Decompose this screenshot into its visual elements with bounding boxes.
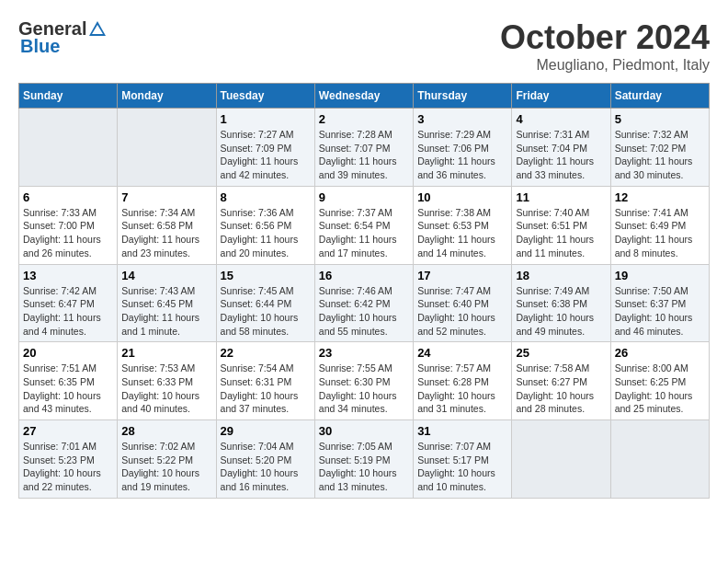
day-number: 17 — [417, 269, 507, 282]
day-info: Sunrise: 7:02 AM Sunset: 5:22 PM Dayligh… — [121, 440, 211, 494]
day-info: Sunrise: 7:38 AM Sunset: 6:53 PM Dayligh… — [417, 206, 507, 260]
weekday-header-saturday: Saturday — [610, 84, 709, 109]
day-info: Sunrise: 7:33 AM Sunset: 7:00 PM Dayligh… — [23, 206, 113, 260]
day-number: 20 — [23, 346, 113, 360]
day-info: Sunrise: 8:00 AM Sunset: 6:25 PM Dayligh… — [615, 362, 705, 416]
day-info: Sunrise: 7:36 AM Sunset: 6:56 PM Dayligh… — [221, 206, 311, 260]
day-number: 21 — [121, 346, 211, 360]
day-info: Sunrise: 7:05 AM Sunset: 5:19 PM Dayligh… — [319, 440, 409, 494]
calendar-cell: 18Sunrise: 7:49 AM Sunset: 6:38 PM Dayli… — [512, 264, 610, 342]
calendar-cell: 25Sunrise: 7:58 AM Sunset: 6:27 PM Dayli… — [512, 342, 610, 420]
calendar-cell: 15Sunrise: 7:45 AM Sunset: 6:44 PM Dayli… — [216, 264, 314, 342]
day-number: 13 — [23, 269, 113, 282]
day-number: 23 — [319, 346, 409, 360]
location-subtitle: Meugliano, Piedmont, Italy — [500, 57, 710, 74]
day-number: 8 — [221, 190, 311, 204]
day-number: 12 — [615, 190, 705, 204]
weekday-header-wednesday: Wednesday — [314, 84, 413, 109]
day-info: Sunrise: 7:27 AM Sunset: 7:09 PM Dayligh… — [221, 128, 311, 182]
weekday-header-monday: Monday — [118, 84, 216, 109]
day-info: Sunrise: 7:53 AM Sunset: 6:33 PM Dayligh… — [121, 362, 211, 416]
calendar-cell: 21Sunrise: 7:53 AM Sunset: 6:33 PM Dayli… — [118, 342, 216, 420]
calendar-week-row: 27Sunrise: 7:01 AM Sunset: 5:23 PM Dayli… — [19, 420, 710, 499]
day-info: Sunrise: 7:49 AM Sunset: 6:38 PM Dayligh… — [516, 284, 606, 339]
page-header: General Blue October 2024 Meugliano, Pie… — [18, 18, 710, 74]
day-info: Sunrise: 7:40 AM Sunset: 6:51 PM Dayligh… — [516, 206, 606, 260]
day-info: Sunrise: 7:34 AM Sunset: 6:58 PM Dayligh… — [121, 206, 211, 260]
calendar-cell: 1Sunrise: 7:27 AM Sunset: 7:09 PM Daylig… — [216, 109, 314, 187]
calendar-cell: 14Sunrise: 7:43 AM Sunset: 6:45 PM Dayli… — [118, 264, 216, 342]
calendar-week-row: 20Sunrise: 7:51 AM Sunset: 6:35 PM Dayli… — [19, 342, 710, 420]
day-number: 11 — [516, 190, 606, 204]
calendar-cell: 28Sunrise: 7:02 AM Sunset: 5:22 PM Dayli… — [118, 420, 216, 499]
day-number: 4 — [516, 112, 606, 126]
day-number: 16 — [319, 269, 409, 282]
calendar-cell: 11Sunrise: 7:40 AM Sunset: 6:51 PM Dayli… — [512, 186, 610, 264]
calendar-cell: 23Sunrise: 7:55 AM Sunset: 6:30 PM Dayli… — [314, 342, 413, 420]
calendar-cell: 2Sunrise: 7:28 AM Sunset: 7:07 PM Daylig… — [314, 109, 413, 187]
calendar-cell: 5Sunrise: 7:32 AM Sunset: 7:02 PM Daylig… — [610, 109, 709, 187]
calendar-cell: 26Sunrise: 8:00 AM Sunset: 6:25 PM Dayli… — [610, 342, 709, 420]
calendar-cell — [118, 109, 216, 187]
weekday-header-sunday: Sunday — [19, 84, 118, 109]
calendar-week-row: 13Sunrise: 7:42 AM Sunset: 6:47 PM Dayli… — [19, 264, 710, 342]
day-info: Sunrise: 7:01 AM Sunset: 5:23 PM Dayligh… — [23, 440, 113, 494]
calendar-cell — [610, 420, 709, 499]
day-info: Sunrise: 7:58 AM Sunset: 6:27 PM Dayligh… — [516, 362, 606, 416]
calendar-cell: 9Sunrise: 7:37 AM Sunset: 6:54 PM Daylig… — [314, 186, 413, 264]
day-number: 3 — [417, 112, 507, 126]
day-number: 15 — [221, 269, 311, 282]
day-info: Sunrise: 7:32 AM Sunset: 7:02 PM Dayligh… — [615, 128, 705, 182]
calendar-cell: 30Sunrise: 7:05 AM Sunset: 5:19 PM Dayli… — [314, 420, 413, 499]
calendar-cell: 13Sunrise: 7:42 AM Sunset: 6:47 PM Dayli… — [19, 264, 118, 342]
calendar-table: SundayMondayTuesdayWednesdayThursdayFrid… — [18, 83, 710, 499]
calendar-cell: 7Sunrise: 7:34 AM Sunset: 6:58 PM Daylig… — [118, 186, 216, 264]
day-number: 26 — [615, 346, 705, 360]
day-number: 28 — [121, 424, 211, 438]
calendar-cell: 12Sunrise: 7:41 AM Sunset: 6:49 PM Dayli… — [610, 186, 709, 264]
day-number: 18 — [516, 269, 606, 282]
calendar-week-row: 6Sunrise: 7:33 AM Sunset: 7:00 PM Daylig… — [19, 186, 710, 264]
day-info: Sunrise: 7:54 AM Sunset: 6:31 PM Dayligh… — [221, 362, 311, 416]
calendar-cell: 22Sunrise: 7:54 AM Sunset: 6:31 PM Dayli… — [216, 342, 314, 420]
calendar-cell: 10Sunrise: 7:38 AM Sunset: 6:53 PM Dayli… — [414, 186, 512, 264]
day-number: 29 — [221, 424, 311, 438]
calendar-cell: 6Sunrise: 7:33 AM Sunset: 7:00 PM Daylig… — [19, 186, 118, 264]
weekday-header-friday: Friday — [512, 84, 610, 109]
calendar-week-row: 1Sunrise: 7:27 AM Sunset: 7:09 PM Daylig… — [19, 109, 710, 187]
weekday-header-thursday: Thursday — [414, 84, 512, 109]
day-info: Sunrise: 7:46 AM Sunset: 6:42 PM Dayligh… — [319, 284, 409, 339]
day-number: 19 — [615, 269, 705, 282]
day-info: Sunrise: 7:55 AM Sunset: 6:30 PM Dayligh… — [319, 362, 409, 416]
calendar-cell — [19, 109, 118, 187]
day-info: Sunrise: 7:47 AM Sunset: 6:40 PM Dayligh… — [417, 284, 507, 339]
day-info: Sunrise: 7:28 AM Sunset: 7:07 PM Dayligh… — [319, 128, 409, 182]
day-number: 6 — [23, 190, 113, 204]
day-info: Sunrise: 7:41 AM Sunset: 6:49 PM Dayligh… — [615, 206, 705, 260]
logo-blue-text: Blue — [20, 36, 60, 57]
day-number: 14 — [121, 269, 211, 282]
day-number: 22 — [221, 346, 311, 360]
day-info: Sunrise: 7:45 AM Sunset: 6:44 PM Dayligh… — [221, 284, 311, 339]
calendar-cell: 27Sunrise: 7:01 AM Sunset: 5:23 PM Dayli… — [19, 420, 118, 499]
calendar-cell: 29Sunrise: 7:04 AM Sunset: 5:20 PM Dayli… — [216, 420, 314, 499]
day-number: 10 — [417, 190, 507, 204]
day-number: 7 — [121, 190, 211, 204]
day-info: Sunrise: 7:29 AM Sunset: 7:06 PM Dayligh… — [417, 128, 507, 182]
day-info: Sunrise: 7:42 AM Sunset: 6:47 PM Dayligh… — [23, 284, 113, 339]
calendar-cell: 16Sunrise: 7:46 AM Sunset: 6:42 PM Dayli… — [314, 264, 413, 342]
day-info: Sunrise: 7:50 AM Sunset: 6:37 PM Dayligh… — [615, 284, 705, 339]
calendar-cell — [512, 420, 610, 499]
day-number: 24 — [417, 346, 507, 360]
calendar-cell: 19Sunrise: 7:50 AM Sunset: 6:37 PM Dayli… — [610, 264, 709, 342]
calendar-cell: 4Sunrise: 7:31 AM Sunset: 7:04 PM Daylig… — [512, 109, 610, 187]
calendar-cell: 24Sunrise: 7:57 AM Sunset: 6:28 PM Dayli… — [414, 342, 512, 420]
title-section: October 2024 Meugliano, Piedmont, Italy — [500, 18, 710, 74]
day-info: Sunrise: 7:31 AM Sunset: 7:04 PM Dayligh… — [516, 128, 606, 182]
day-number: 31 — [417, 424, 507, 438]
calendar-cell: 17Sunrise: 7:47 AM Sunset: 6:40 PM Dayli… — [414, 264, 512, 342]
day-info: Sunrise: 7:37 AM Sunset: 6:54 PM Dayligh… — [319, 206, 409, 260]
day-info: Sunrise: 7:04 AM Sunset: 5:20 PM Dayligh… — [221, 440, 311, 494]
weekday-header-row: SundayMondayTuesdayWednesdayThursdayFrid… — [19, 84, 710, 109]
calendar-cell: 20Sunrise: 7:51 AM Sunset: 6:35 PM Dayli… — [19, 342, 118, 420]
